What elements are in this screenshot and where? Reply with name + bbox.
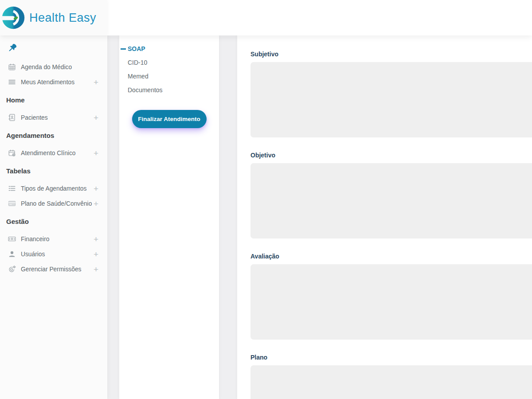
form-field-avalia-o: Avaliação [250, 253, 532, 340]
expand-plus-icon[interactable]: + [94, 265, 98, 274]
soap-form: SubjetivoObjetivoAvaliaçãoPlano [250, 51, 532, 399]
encounter-panel: SOAPCID-10MemedDocumentos Finalizar Aten… [119, 35, 219, 399]
field-label: Avaliação [250, 253, 532, 260]
encounter-tab-cid-10[interactable]: CID-10 [119, 55, 219, 69]
soap-form-panel: SubjetivoObjetivoAvaliaçãoPlano [237, 35, 532, 399]
encounter-tab-label: Memed [128, 73, 149, 80]
encounter-tab-memed[interactable]: Memed [119, 69, 219, 83]
card-icon [8, 200, 16, 207]
objetivo-textarea[interactable] [250, 163, 532, 239]
encounter-tab-label: Documentos [128, 86, 163, 94]
sidebar-item-meus-atendimentos[interactable]: Meus Atendimentos+ [0, 74, 107, 90]
sidebar-item-tipos-de-agendamentos[interactable]: Tipos de Agendamentos+ [0, 181, 107, 196]
expand-plus-icon[interactable]: + [94, 113, 98, 122]
calendar-icon [8, 63, 16, 71]
encounter-tab-documentos[interactable]: Documentos [119, 83, 219, 97]
finish-encounter-button[interactable]: Finalizar Atendimento [132, 110, 207, 128]
sidebar-item-label: Gerenciar Permissões [21, 266, 94, 273]
expand-plus-icon[interactable]: + [94, 184, 98, 193]
encounter-tab-label: CID-10 [128, 59, 147, 66]
sidebar-item-gerenciar-permiss-es[interactable]: Gerenciar Permissões+ [0, 262, 107, 277]
expand-plus-icon[interactable]: + [94, 235, 98, 243]
sidebar-section-tabelas: Tabelas [0, 163, 107, 178]
money-icon [8, 235, 16, 243]
expand-plus-icon[interactable]: + [94, 78, 98, 86]
calendar-gear-icon [8, 149, 16, 157]
address-book-icon [8, 113, 16, 121]
sidebar-item-agenda-do-m-dico[interactable]: Agenda do Médico [0, 59, 107, 74]
sidebar-item-usu-rios[interactable]: Usuários+ [0, 246, 107, 262]
sidebar-item-label: Financeiro [21, 236, 94, 243]
list-icon [8, 184, 16, 192]
sidebar-item-plano-de-sa-de-conv-nio[interactable]: Plano de Saúde/Convênio+ [0, 196, 107, 211]
sidebar-item-label: Meus Atendimentos [21, 79, 94, 86]
sidebar-item-atendimento-cl-nico[interactable]: Atendimento Clínico+ [0, 145, 107, 160]
permissions-icon [8, 265, 16, 273]
health-easy-logo-icon [1, 5, 26, 30]
active-tab-dash [121, 48, 126, 50]
sidebar-section-home: Home [0, 92, 107, 107]
plano-textarea[interactable] [250, 365, 532, 399]
avalia-o-textarea[interactable] [250, 264, 532, 340]
form-field-plano: Plano [250, 354, 532, 399]
top-header: Health Easy [0, 0, 532, 35]
form-field-objetivo: Objetivo [250, 152, 532, 239]
brand-logo[interactable]: Health Easy [0, 0, 107, 35]
sidebar-item-pacientes[interactable]: Pacientes+ [0, 110, 107, 125]
expand-plus-icon[interactable]: + [94, 149, 98, 157]
sidebar-pin-row [0, 43, 107, 53]
field-label: Subjetivo [250, 51, 532, 58]
encounter-tab-soap[interactable]: SOAP [119, 42, 219, 55]
sidebar-section-agendamentos: Agendamentos [0, 128, 107, 143]
encounter-tab-label: SOAP [128, 45, 145, 52]
sidebar-item-label: Tipos de Agendamentos [21, 185, 94, 192]
sidebar-item-label: Atendimento Clínico [21, 150, 94, 156]
app-window: Health Easy Agenda do MédicoMeus Atendim… [0, 0, 532, 399]
sidebar-item-label: Agenda do Médico [21, 64, 98, 70]
field-label: Plano [250, 354, 532, 361]
expand-plus-icon[interactable]: + [94, 200, 98, 208]
sidebar-item-label: Pacientes [21, 114, 94, 121]
encounter-nav: SOAPCID-10MemedDocumentos [119, 42, 219, 97]
main-sidebar: Agenda do MédicoMeus Atendimentos+HomePa… [0, 35, 107, 399]
sidebar-nav: Agenda do MédicoMeus Atendimentos+HomePa… [0, 59, 107, 277]
sidebar-item-financeiro[interactable]: Financeiro+ [0, 231, 107, 246]
form-field-subjetivo: Subjetivo [250, 51, 532, 137]
pin-icon[interactable] [7, 43, 18, 53]
field-label: Objetivo [250, 152, 532, 159]
brand-name: Health Easy [29, 11, 96, 25]
menu-icon [8, 78, 16, 86]
sidebar-item-label: Usuários [21, 251, 94, 258]
sidebar-section-gest-o: Gestão [0, 214, 107, 229]
user-icon [8, 250, 16, 258]
sidebar-item-label: Plano de Saúde/Convênio [21, 200, 94, 207]
subjetivo-textarea[interactable] [250, 62, 532, 137]
expand-plus-icon[interactable]: + [94, 250, 98, 258]
